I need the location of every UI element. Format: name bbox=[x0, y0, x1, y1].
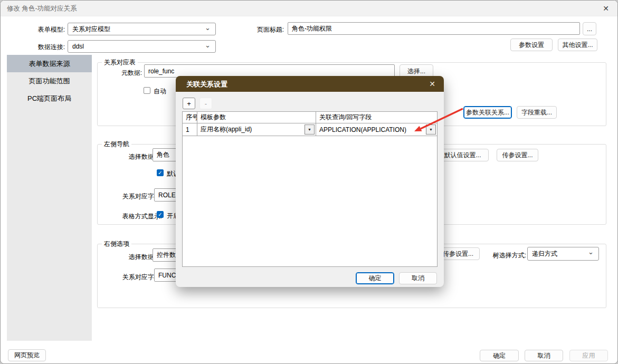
footer-ok-button[interactable]: 确定 bbox=[480, 350, 519, 361]
modal-close-button[interactable]: ✕ bbox=[421, 76, 444, 92]
dropdown-arrow-icon: ▼ bbox=[308, 128, 311, 131]
metadata-value: role_func bbox=[148, 68, 174, 75]
form-model-label: 表单模型: bbox=[22, 25, 65, 34]
field-reload-label: 字段重载... bbox=[521, 108, 552, 117]
left-relation-field-label: 关系对应字段: bbox=[101, 192, 162, 201]
web-preview-button[interactable]: 网页预览 bbox=[8, 349, 46, 361]
default-value-settings-label: 默认值设置... bbox=[444, 151, 481, 160]
window-titlebar: 修改 角色-功能对应关系 ✕ bbox=[1, 1, 617, 16]
col-header-index: 序号 bbox=[183, 112, 197, 123]
col-header-template-param: 模板参数 bbox=[197, 112, 316, 123]
tree-select-dropdown[interactable]: 递归方式 ⌄ bbox=[527, 247, 599, 261]
right-option-legend: 右侧选项 bbox=[102, 240, 131, 248]
other-settings-button[interactable]: 其他设置... bbox=[558, 39, 597, 51]
metadata-label: 元数据: bbox=[103, 69, 142, 78]
sidebar-item-form-data-source[interactable]: 表单数据来源 bbox=[7, 55, 92, 72]
modal-titlebar: 关联关系设置 ✕ bbox=[176, 76, 444, 92]
default-value-settings-button[interactable]: 默认值设置... bbox=[436, 149, 489, 161]
minus-icon: - bbox=[205, 100, 207, 108]
template-param-cell[interactable]: 应用名称(appli_id) ▼ bbox=[197, 123, 316, 136]
close-icon: ✕ bbox=[429, 80, 435, 88]
page-title-more-button[interactable]: ... bbox=[583, 22, 596, 35]
sidebar: 表单数据来源 页面功能范围 PC端页面布局 bbox=[7, 55, 92, 341]
table-display-checkbox[interactable]: ✓ bbox=[157, 211, 164, 218]
chevron-down-icon: ⌄ bbox=[205, 24, 211, 32]
remove-row-button[interactable]: - bbox=[199, 98, 212, 109]
footer-cancel-label: 取消 bbox=[538, 351, 550, 360]
tree-select-value: 递归方式 bbox=[532, 250, 557, 258]
sidebar-item-page-function-scope[interactable]: 页面功能范围 bbox=[7, 72, 92, 90]
param-relation-label: 参数关联关系... bbox=[466, 108, 509, 117]
check-icon: ✓ bbox=[158, 170, 162, 176]
param-relation-button[interactable]: 参数关联关系... bbox=[463, 106, 512, 119]
auto-checkbox[interactable] bbox=[144, 87, 150, 94]
data-connection-label: 数据连接: bbox=[22, 43, 65, 52]
data-connection-select[interactable]: ddsl ⌄ bbox=[68, 40, 216, 53]
sidebar-item-label: 表单数据来源 bbox=[29, 59, 70, 69]
select-metadata-label: 选择... bbox=[407, 67, 425, 76]
check-icon: ✓ bbox=[158, 212, 162, 217]
param-settings-label: 参数设置 bbox=[519, 41, 544, 50]
dropdown-button[interactable]: ▼ bbox=[305, 124, 315, 135]
web-preview-label: 网页预览 bbox=[14, 351, 40, 360]
window-title: 修改 角色-功能对应关系 bbox=[7, 4, 77, 13]
footer-cancel-button[interactable]: 取消 bbox=[525, 350, 563, 361]
modal-ok-button[interactable]: 确定 bbox=[356, 272, 394, 284]
modal-cancel-button[interactable]: 取消 bbox=[399, 272, 437, 284]
plus-icon: + bbox=[187, 100, 191, 108]
modal-cancel-label: 取消 bbox=[412, 274, 424, 283]
right-relation-field-label: 关系对应字段: bbox=[101, 273, 162, 282]
default-checkbox[interactable]: ✓ bbox=[157, 169, 164, 176]
chevron-down-icon: ⌄ bbox=[205, 41, 211, 49]
page-title-label: 页面标题: bbox=[249, 25, 284, 34]
form-model-select[interactable]: 关系对应模型 ⌄ bbox=[68, 23, 216, 35]
left-pass-param-label: 传参设置... bbox=[502, 151, 533, 160]
page-title-input[interactable]: 角色-功能权限 bbox=[288, 22, 580, 35]
relation-settings-modal: 关联关系设置 ✕ + - 序号 模板参数 关联查询/回写字段 1 应用名称(ap… bbox=[176, 76, 444, 287]
form-model-value: 关系对应模型 bbox=[72, 25, 110, 34]
param-relation-table: 序号 模板参数 关联查询/回写字段 1 应用名称(appli_id) ▼ APP… bbox=[182, 111, 438, 267]
sidebar-item-label: 页面功能范围 bbox=[29, 76, 70, 86]
table-header-row: 序号 模板参数 关联查询/回写字段 bbox=[183, 112, 437, 123]
row-index-cell: 1 bbox=[183, 123, 197, 136]
dropdown-button[interactable]: ▼ bbox=[426, 124, 436, 135]
param-settings-button[interactable]: 参数设置 bbox=[510, 39, 553, 51]
right-pass-param-label: 传参设置... bbox=[443, 250, 473, 258]
tree-select-label: 树选择方式: bbox=[487, 251, 526, 260]
dialog-window: 修改 角色-功能对应关系 ✕ 表单模型: 关系对应模型 ⌄ 页面标题: 角色-功… bbox=[0, 0, 618, 364]
modal-ok-label: 确定 bbox=[369, 274, 382, 283]
left-nav-legend: 左侧导航 bbox=[102, 140, 131, 149]
sidebar-item-pc-page-layout[interactable]: PC端页面布局 bbox=[7, 90, 92, 107]
relation-field-value: APPLICATION(APPLICATION) bbox=[319, 126, 406, 133]
dropdown-arrow-icon: ▼ bbox=[429, 128, 433, 131]
col-header-relation-field: 关联查询/回写字段 bbox=[316, 112, 437, 123]
add-row-button[interactable]: + bbox=[183, 98, 195, 109]
ellipsis-icon: ... bbox=[587, 25, 592, 33]
close-icon: ✕ bbox=[603, 4, 609, 13]
left-pass-param-button[interactable]: 传参设置... bbox=[497, 149, 538, 161]
field-reload-button[interactable]: 字段重载... bbox=[517, 106, 557, 119]
chevron-down-icon: ⌄ bbox=[588, 248, 594, 256]
right-datasource-value: 控件数 bbox=[157, 251, 176, 260]
data-connection-value: ddsl bbox=[72, 43, 84, 50]
table-row: 1 应用名称(appli_id) ▼ APPLICATION(APPLICATI… bbox=[183, 123, 437, 136]
footer-ok-label: 确定 bbox=[493, 351, 506, 360]
window-close-button[interactable]: ✕ bbox=[594, 1, 617, 16]
other-settings-label: 其他设置... bbox=[562, 41, 593, 50]
footer-apply-label: 应用 bbox=[583, 351, 595, 360]
relation-field-cell[interactable]: APPLICATION(APPLICATION) ▼ bbox=[316, 123, 437, 136]
table-display-label: 表格方式显示: bbox=[101, 212, 162, 221]
sidebar-item-label: PC端页面布局 bbox=[27, 94, 71, 103]
modal-title: 关联关系设置 bbox=[186, 80, 227, 89]
relation-table-legend: 关系对应表 bbox=[102, 58, 138, 67]
page-title-value: 角色-功能权限 bbox=[292, 24, 332, 33]
template-param-value: 应用名称(appli_id) bbox=[201, 125, 252, 134]
auto-checkbox-label: 自动 bbox=[154, 87, 166, 96]
left-datasource-value: 角色 bbox=[157, 150, 169, 159]
footer-apply-button[interactable]: 应用 bbox=[569, 350, 608, 361]
